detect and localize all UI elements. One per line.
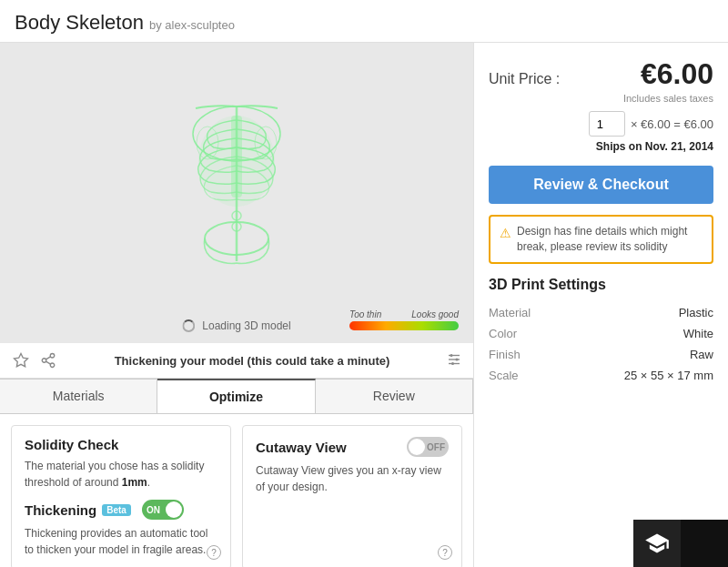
looks-good-label: Looks good — [411, 309, 459, 319]
solidity-title: Solidity Check — [25, 437, 217, 452]
svg-line-13 — [46, 361, 50, 364]
thickening-toggle-label: ON — [147, 505, 160, 515]
warning-box: ⚠ Design has fine details which might br… — [489, 215, 713, 264]
settings-title: 3D Print Settings — [489, 277, 713, 293]
settings-label-finish: Finish — [489, 344, 561, 365]
svg-point-10 — [50, 354, 55, 359]
checkout-label: Review & Checkout — [533, 177, 668, 192]
right-panel: Unit Price : €6.00 Includes sales taxes … — [473, 43, 728, 567]
cutaway-text: Cutaway View gives you an x-ray view of … — [256, 462, 449, 495]
cutaway-panel: Cutaway View OFF Cutaway View gives you … — [242, 425, 462, 567]
cutaway-toggle-label: OFF — [427, 442, 445, 452]
bottom-panels: Solidity Check The material you chose ha… — [0, 414, 473, 567]
too-thin-label: Too thin — [349, 309, 381, 319]
beta-badge: Beta — [102, 504, 131, 516]
settings-label-color: Color — [489, 323, 561, 344]
thickening-title: Thickening — [25, 502, 96, 518]
page-header: Body Skeleton by alex-sculpteo — [0, 0, 728, 43]
cutaway-help-icon[interactable]: ? — [438, 545, 452, 560]
settings-row-material: Material Plastic — [489, 302, 713, 323]
solidity-panel: Solidity Check The material you chose ha… — [11, 425, 231, 567]
share-icon[interactable] — [38, 350, 58, 370]
tax-note: Includes sales taxes — [489, 93, 713, 104]
thickening-toggle-track[interactable]: ON — [142, 500, 184, 520]
thickening-text: Thickening provides an automatic tool to… — [25, 525, 217, 558]
author-text: by alex-sculpteo — [149, 18, 235, 32]
thickening-toggle-row: Thickening Beta ON — [25, 500, 217, 520]
tab-review-label: Review — [373, 389, 415, 403]
checkout-button[interactable]: Review & Checkout — [489, 166, 713, 204]
price-value: €6.00 — [641, 57, 713, 91]
cutaway-toggle-thumb — [409, 439, 425, 455]
title-text: Body Skeleton — [15, 11, 144, 34]
settings-label-scale: Scale — [489, 365, 561, 386]
svg-point-12 — [50, 363, 55, 368]
price-label: Unit Price : — [489, 71, 560, 87]
svg-point-11 — [42, 359, 46, 363]
thickness-legend: Too thin Looks good — [349, 309, 459, 330]
star-icon[interactable] — [11, 350, 31, 370]
model-viewer: Loading 3D model Too thin Looks good — [0, 43, 473, 343]
solidity-threshold: 1mm — [122, 476, 147, 489]
svg-point-20 — [451, 362, 454, 365]
quantity-calc: × €6.00 = €6.00 — [631, 117, 713, 131]
page-title: Body Skeleton by alex-sculpteo — [15, 11, 235, 34]
bottom-right-icons — [633, 520, 728, 567]
thickness-labels: Too thin Looks good — [349, 309, 459, 319]
cutaway-title: Cutaway View — [256, 440, 347, 455]
svg-point-8 — [198, 116, 275, 207]
svg-point-19 — [456, 358, 459, 360]
solidity-text-start: The material you chose has a solidity th… — [25, 460, 204, 489]
quantity-row: × €6.00 = €6.00 — [489, 111, 713, 137]
tab-materials[interactable]: Materials — [0, 379, 157, 413]
settings-table: Material Plastic Color White Finish Raw … — [489, 302, 713, 386]
settings-value-color: White — [561, 323, 713, 344]
cutaway-toggle-track[interactable]: OFF — [407, 437, 449, 457]
loading-text: Loading 3D model — [202, 319, 290, 332]
dark-panel-button[interactable] — [681, 520, 728, 567]
settings-row-color: Color White — [489, 323, 713, 344]
solidity-text-end: . — [147, 476, 150, 489]
tabs-row: Materials Optimize Review — [0, 379, 473, 414]
solidity-help-icon[interactable]: ? — [207, 545, 221, 560]
settings-value-material: Plastic — [561, 302, 713, 323]
warning-text: Design has fine details which might brea… — [517, 224, 703, 255]
graduation-icon-button[interactable] — [633, 520, 681, 567]
skeleton-svg — [146, 61, 328, 325]
tab-optimize-label: Optimize — [209, 390, 263, 404]
ships-row: Ships on Nov. 21, 2014 — [489, 140, 713, 153]
skeleton-display — [0, 43, 473, 343]
settings-row-scale: Scale 25 × 55 × 17 mm — [489, 365, 713, 386]
svg-line-14 — [46, 357, 50, 359]
tab-review[interactable]: Review — [316, 379, 473, 413]
model-toolbar: Thickening your model (this could take a… — [0, 343, 473, 379]
left-panel: Loading 3D model Too thin Looks good Thi… — [0, 43, 473, 567]
ships-text: Ships on Nov. 21, 2014 — [596, 140, 713, 153]
quantity-input[interactable] — [589, 111, 625, 137]
svg-marker-9 — [15, 354, 28, 367]
settings-label-material: Material — [489, 302, 561, 323]
warning-icon: ⚠ — [500, 225, 511, 255]
cutaway-toggle[interactable]: OFF — [407, 437, 449, 457]
solidity-text: The material you chose has a solidity th… — [25, 458, 217, 491]
price-row: Unit Price : €6.00 — [489, 57, 713, 91]
loading-spinner — [182, 319, 195, 332]
settings-row-finish: Finish Raw — [489, 344, 713, 365]
thickness-gradient — [349, 321, 459, 330]
thickening-toggle-thumb — [166, 501, 182, 518]
tab-materials-label: Materials — [53, 389, 105, 403]
tab-optimize[interactable]: Optimize — [157, 379, 315, 413]
svg-point-18 — [450, 354, 453, 357]
settings-icon[interactable] — [446, 351, 462, 370]
settings-value-scale: 25 × 55 × 17 mm — [561, 365, 713, 386]
settings-value-finish: Raw — [561, 344, 713, 365]
loading-area: Loading 3D model — [182, 319, 290, 332]
toolbar-status-label: Thickening your model (this could take a… — [66, 354, 439, 368]
thickening-toggle[interactable]: ON — [142, 500, 184, 520]
thickening-section: Thickening Beta ON Thickening provides a… — [25, 500, 217, 558]
